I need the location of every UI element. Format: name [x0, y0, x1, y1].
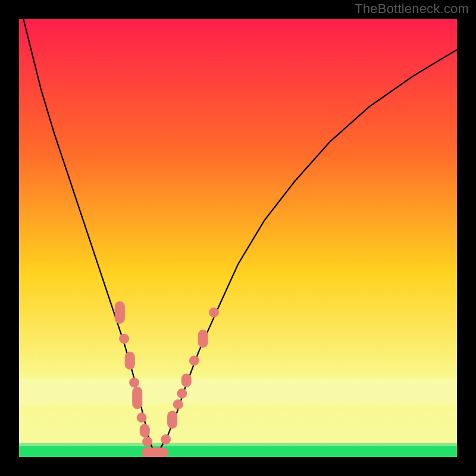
chart-svg: [19, 19, 457, 457]
watermark-text: TheBottleneck.com: [355, 1, 469, 17]
marker-pill: [133, 387, 142, 409]
marker-pill: [181, 374, 191, 387]
plot-area: [19, 19, 457, 457]
pale-band: [19, 378, 457, 405]
marker-circle: [173, 400, 183, 409]
marker-pill: [125, 352, 134, 369]
marker-pill: [140, 424, 149, 437]
marker-circle: [209, 308, 219, 317]
green-band: [19, 446, 457, 457]
chart-frame: TheBottleneck.com: [0, 0, 476, 476]
marker-circle: [130, 378, 139, 387]
marker-circle: [177, 389, 187, 398]
marker-circle: [143, 437, 152, 446]
marker-circle: [161, 435, 171, 444]
green-band-fade: [19, 443, 457, 446]
marker-circle: [189, 356, 199, 365]
marker-circle: [137, 413, 146, 422]
marker-pill: [198, 330, 208, 347]
marker-pill: [168, 411, 177, 428]
marker-circle: [120, 334, 129, 343]
marker-pill: [115, 302, 124, 324]
marker-pill: [142, 448, 168, 457]
